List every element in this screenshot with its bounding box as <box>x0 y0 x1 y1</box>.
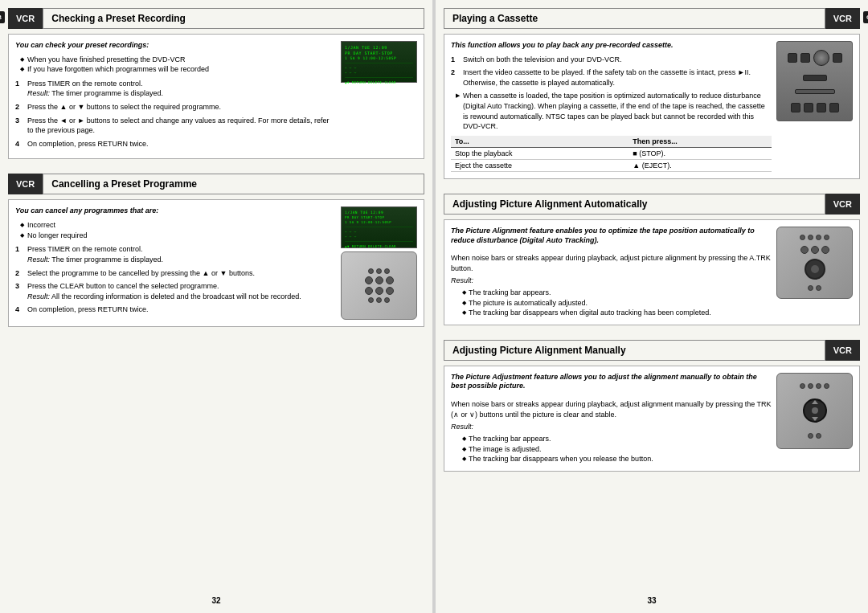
table-cell: ▲ (EJECT). <box>628 159 772 171</box>
cassette-table: To... Then press... Stop the playback ■ … <box>451 136 772 172</box>
remote-control-image-left <box>341 251 417 320</box>
result-bullets-auto: The tracking bar appears. The picture is… <box>451 288 772 318</box>
result-line-manual: Result: <box>451 422 772 432</box>
result-bullet: The picture is automatically adjusted. <box>462 298 772 309</box>
step-row: 2 Select the programme to be cancelled b… <box>15 268 336 279</box>
playing-cassette-title: Playing a Cassette <box>444 8 825 29</box>
cancelling-preset-header: VCR Cancelling a Preset Programme <box>8 174 424 194</box>
step-row: 1 Press TIMER on the remote control. Res… <box>15 79 336 99</box>
step-row: 1 Switch on both the television and your… <box>451 55 772 65</box>
step-row: 4 On completion, press RETURN twice. <box>15 139 336 149</box>
result-line: Result: <box>451 276 772 286</box>
result-bullet: The tracking bar appears. <box>462 434 772 444</box>
step-num: 2 <box>15 268 23 279</box>
cassette-note: When a cassette is loaded, the tape posi… <box>456 91 772 131</box>
adjusting-auto-header: Adjusting Picture Alignment Automaticall… <box>444 194 860 215</box>
result-bullet: The tracking bar disappears when you rel… <box>462 454 772 464</box>
vcr-tag-checking: VCR <box>8 8 43 29</box>
page-number-right: 33 <box>444 593 860 605</box>
bullet-item: When you have finished presetting the DV… <box>20 55 336 65</box>
adjusting-manual-section: Adjusting Picture Alignment Manually VCR… <box>444 340 860 472</box>
adjusting-manual-text: The Picture Adjustment feature allows yo… <box>451 373 772 464</box>
step-row: 2 Press the ▲ or ▼ buttons to select the… <box>15 102 336 112</box>
checking-preset-bullets: When you have finished presetting the DV… <box>15 55 336 75</box>
table-col2: Then press... <box>628 136 772 148</box>
playing-cassette-content: This function allows you to play back an… <box>444 34 860 179</box>
vcr-tag-auto: VCR <box>825 194 860 215</box>
step-row: 3 Press the ◄ or ► buttons to select and… <box>15 116 336 136</box>
step-num: 3 <box>15 281 23 301</box>
step-num: 1 <box>15 244 23 264</box>
result-bullet: The tracking bar appears. <box>462 288 772 298</box>
gb-badge-right: GB <box>863 11 868 23</box>
playing-cassette-image <box>776 41 853 172</box>
adjusting-auto-section: Adjusting Picture Alignment Automaticall… <box>444 194 860 325</box>
left-page: GB VCR Checking a Preset Recording You c… <box>0 0 432 613</box>
step-content: Select the programme to be cancelled by … <box>27 268 336 279</box>
checking-preset-text: You can check your preset recordings: Wh… <box>15 41 336 152</box>
result-bullets-manual: The tracking bar appears. The image is a… <box>451 434 772 464</box>
step-num: 2 <box>15 102 23 112</box>
playing-cassette-section: Playing a Cassette VCR This function all… <box>444 8 860 179</box>
vcr-tag-playing: VCR <box>825 8 860 29</box>
adjusting-manual-title: Adjusting Picture Alignment Manually <box>444 340 825 361</box>
adjusting-auto-content: The Picture Alignment feature enables yo… <box>444 219 860 325</box>
adjusting-auto-body: When noise bars or streaks appear during… <box>451 253 772 273</box>
step-num: 1 <box>15 79 23 99</box>
playing-cassette-header: Playing a Cassette VCR <box>444 8 860 29</box>
adjusting-auto-image <box>776 227 853 318</box>
checking-steps: 1 Press TIMER on the remote control. Res… <box>15 79 336 149</box>
step-content: Press the ▲ or ▼ buttons to select the r… <box>27 102 336 112</box>
step-content: Press TIMER on the remote control. Resul… <box>27 244 336 264</box>
adjusting-manual-header: Adjusting Picture Alignment Manually VCR <box>444 340 860 361</box>
adjusting-auto-text: The Picture Alignment feature enables yo… <box>451 227 772 318</box>
adjusting-manual-content: The Picture Adjustment feature allows yo… <box>444 366 860 472</box>
playing-cassette-text: This function allows you to play back an… <box>451 41 772 172</box>
right-page: GB Playing a Cassette VCR This function … <box>436 0 868 613</box>
remote-auto-image <box>776 227 853 299</box>
table-row: Eject the cassette ▲ (EJECT). <box>451 159 772 171</box>
cancelling-preset-image: 1/JAN TUE 12:09 PR DAY START-STOP 1 SA 9… <box>341 206 417 320</box>
checking-preset-content: You can check your preset recordings: Wh… <box>8 34 424 159</box>
step-content: Press TIMER on the remote control. Resul… <box>27 79 336 99</box>
checking-preset-section: VCR Checking a Preset Recording You can … <box>8 8 424 159</box>
remote-manual-image <box>776 373 853 449</box>
step-content: On completion, press RETURN twice. <box>27 304 336 315</box>
step-row: 3 Press the CLEAR button to cancel the s… <box>15 281 336 301</box>
step-num: 1 <box>451 55 459 65</box>
vcr-screen-cancel-image: 1/JAN TUE 12:09 PR DAY START-STOP 1 SA 9… <box>341 206 417 248</box>
page-number-left: 32 <box>8 593 424 605</box>
bullet-item: If you have forgotten which programmes w… <box>20 64 336 75</box>
table-row: Stop the playback ■ (STOP). <box>451 147 772 159</box>
adjusting-manual-intro: The Picture Adjustment feature allows yo… <box>451 373 772 391</box>
step-num: 4 <box>15 304 23 315</box>
cancelling-preset-text: You can cancel any programmes that are: … <box>15 206 336 320</box>
checking-preset-image: 1/JAN TUE 12:09 PR DAY START-STOP 1 SA 9… <box>341 41 417 152</box>
table-cell: Stop the playback <box>451 147 628 159</box>
bullet-item: Incorrect <box>20 220 336 231</box>
vcr-panel-image <box>776 41 853 121</box>
step-num: 3 <box>15 116 23 136</box>
playing-steps: 1 Switch on both the television and your… <box>451 55 772 172</box>
checking-preset-header: VCR Checking a Preset Recording <box>8 8 424 29</box>
step-num: 2 <box>451 67 459 88</box>
adjusting-manual-body: When noise bars or streaks appear during… <box>451 399 772 419</box>
cancelling-preset-section: VCR Cancelling a Preset Programme You ca… <box>8 174 424 327</box>
step-content: Press the CLEAR button to cancel the sel… <box>27 281 336 301</box>
adjusting-auto-title: Adjusting Picture Alignment Automaticall… <box>444 194 825 215</box>
cancelling-preset-title: Cancelling a Preset Programme <box>43 174 424 194</box>
playing-cassette-intro: This function allows you to play back an… <box>451 41 772 51</box>
step-content: Press the ◄ or ► buttons to select and c… <box>27 116 336 136</box>
step-content: On completion, press RETURN twice. <box>27 139 336 149</box>
table-cell: Eject the cassette <box>451 159 628 171</box>
result-bullet: The tracking bar disappears when digital… <box>462 308 772 318</box>
vcr-screen-image: 1/JAN TUE 12:09 PR DAY START-STOP 1 SA 9… <box>341 41 417 83</box>
cancelling-bullets: Incorrect No longer required <box>15 220 336 240</box>
step-content: Insert the video cassette to be played. … <box>463 67 772 88</box>
bullet-item: No longer required <box>20 231 336 241</box>
vcr-tag-manual: VCR <box>825 340 860 361</box>
checking-preset-intro: You can check your preset recordings: <box>15 41 336 51</box>
step-num: 4 <box>15 139 23 149</box>
table-col1: To... <box>451 136 628 148</box>
step-content: Switch on both the television and your D… <box>463 55 772 65</box>
